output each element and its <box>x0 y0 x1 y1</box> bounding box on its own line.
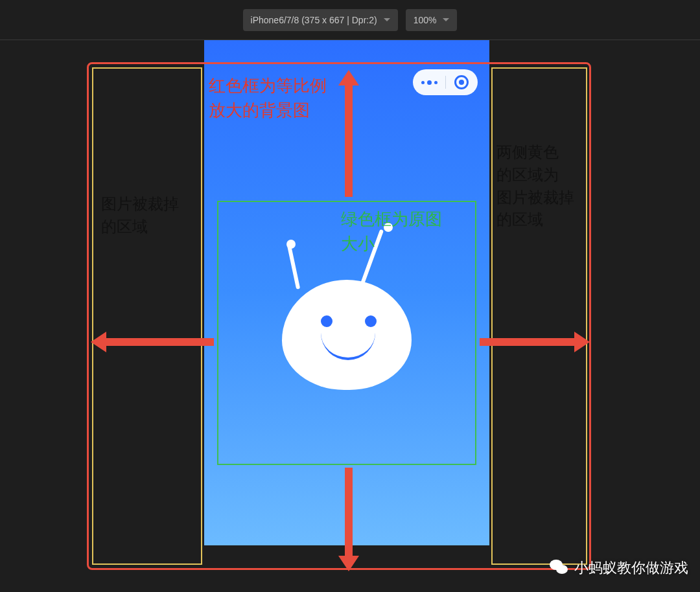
devtools-toolbar: iPhone6/7/8 (375 x 667 | Dpr:2) 100% <box>0 0 700 40</box>
red-box-annotation: 红色框为等比例 放大的背景图 <box>209 74 327 122</box>
arrow-left-icon <box>91 332 214 352</box>
device-select[interactable]: iPhone6/7/8 (375 x 667 | Dpr:2) <box>243 9 398 31</box>
crop-left-annotation: 图片被裁掉 的区域 <box>101 193 179 238</box>
watermark-text: 小蚂蚁教你做游戏 <box>574 558 688 578</box>
workspace: 红色框为等比例 放大的背景图 绿色框为原图 大小 图片被裁掉 的区域 两侧黄色 … <box>0 40 700 592</box>
more-icon[interactable] <box>414 69 445 95</box>
arrow-up-icon <box>338 70 359 197</box>
close-icon[interactable] <box>446 69 477 95</box>
wechat-icon <box>550 558 569 578</box>
zoom-select-label: 100% <box>414 15 437 25</box>
chevron-down-icon <box>443 18 449 21</box>
watermark: 小蚂蚁教你做游戏 <box>550 558 688 578</box>
arrow-down-icon <box>338 468 359 571</box>
zoom-select[interactable]: 100% <box>406 9 458 31</box>
crop-right-annotation: 两侧黄色 的区域为 图片被裁掉 的区域 <box>496 141 574 231</box>
chevron-down-icon <box>384 18 390 21</box>
miniprogram-capsule[interactable] <box>413 69 478 95</box>
yellow-outline-left <box>92 67 202 565</box>
green-box-annotation: 绿色框为原图 大小 <box>341 207 442 256</box>
device-select-label: iPhone6/7/8 (375 x 667 | Dpr:2) <box>251 15 377 25</box>
arrow-right-icon <box>480 332 590 352</box>
